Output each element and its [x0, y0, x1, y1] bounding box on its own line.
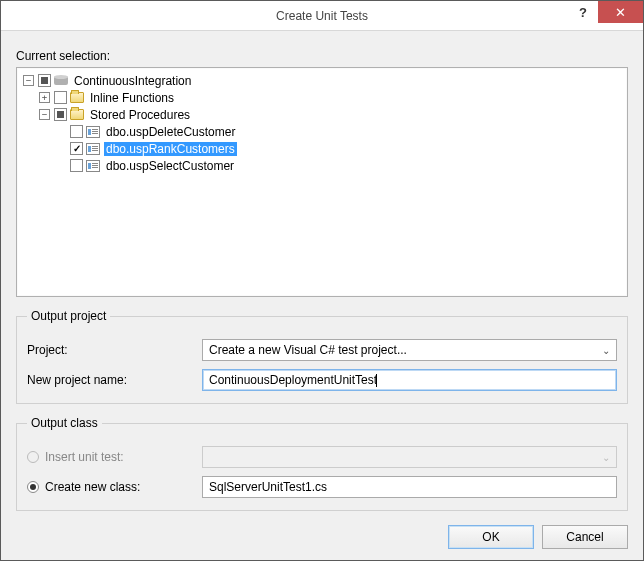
collapse-icon[interactable]: − [23, 75, 34, 86]
tree-label[interactable]: Inline Functions [88, 91, 176, 105]
text-caret [376, 374, 377, 387]
project-combo-value: Create a new Visual C# test project... [209, 343, 407, 357]
tree-node-database[interactable]: − ContinuousIntegration [23, 72, 621, 89]
stored-procedure-icon [86, 126, 100, 138]
output-class-group: Output class Insert unit test: ⌄ Create … [16, 416, 628, 511]
create-class-label: Create new class: [45, 480, 140, 494]
cancel-button[interactable]: Cancel [542, 525, 628, 549]
stored-procedure-icon [86, 160, 100, 172]
tree-label[interactable]: ContinuousIntegration [72, 74, 193, 88]
output-project-group: Output project Project: Create a new Vis… [16, 309, 628, 404]
tree-label[interactable]: dbo.uspDeleteCustomer [104, 125, 237, 139]
help-button[interactable]: ? [568, 1, 598, 23]
selection-tree[interactable]: − ContinuousIntegration + Inline Functio… [16, 67, 628, 297]
dialog-buttons: OK Cancel [16, 525, 628, 549]
create-class-value: SqlServerUnitTest1.cs [209, 480, 327, 494]
window-controls: ? ✕ [568, 1, 643, 23]
tree-label[interactable]: Stored Procedures [88, 108, 192, 122]
radio-checked[interactable] [27, 481, 39, 493]
ok-button[interactable]: OK [448, 525, 534, 549]
tree-node-procedure[interactable]: dbo.uspRankCustomers [23, 140, 621, 157]
output-class-legend: Output class [27, 416, 102, 430]
create-class-option[interactable]: Create new class: [27, 480, 202, 494]
window-title: Create Unit Tests [276, 9, 368, 23]
insert-test-row: Insert unit test: ⌄ [27, 446, 617, 468]
tree-label-selected[interactable]: dbo.uspRankCustomers [104, 142, 237, 156]
checkbox-unchecked[interactable] [70, 125, 83, 138]
database-icon [54, 75, 68, 86]
output-project-legend: Output project [27, 309, 110, 323]
close-button[interactable]: ✕ [598, 1, 643, 23]
checkbox-unchecked[interactable] [54, 91, 67, 104]
checkbox-checked[interactable] [70, 142, 83, 155]
collapse-icon[interactable]: − [39, 109, 50, 120]
project-name-input[interactable]: ContinuousDeploymentUnitTest [202, 369, 617, 391]
expand-icon[interactable]: + [39, 92, 50, 103]
create-class-row: Create new class: SqlServerUnitTest1.cs [27, 476, 617, 498]
tree-node-procedure[interactable]: dbo.uspDeleteCustomer [23, 123, 621, 140]
checkbox-unchecked[interactable] [70, 159, 83, 172]
tree-node-procedure[interactable]: dbo.uspSelectCustomer [23, 157, 621, 174]
insert-test-label: Insert unit test: [45, 450, 124, 464]
chevron-down-icon: ⌄ [602, 452, 610, 463]
project-combo[interactable]: Create a new Visual C# test project... ⌄ [202, 339, 617, 361]
insert-test-option: Insert unit test: [27, 450, 202, 464]
dialog-window: Create Unit Tests ? ✕ Current selection:… [0, 0, 644, 561]
tree-node-folder[interactable]: + Inline Functions [23, 89, 621, 106]
dialog-content: Current selection: − ContinuousIntegrati… [1, 31, 643, 561]
folder-icon [70, 92, 84, 103]
project-name-value: ContinuousDeploymentUnitTest [209, 373, 377, 387]
stored-procedure-icon [86, 143, 100, 155]
folder-icon [70, 109, 84, 120]
tree-node-folder[interactable]: − Stored Procedures [23, 106, 621, 123]
titlebar: Create Unit Tests ? ✕ [1, 1, 643, 31]
current-selection-label: Current selection: [16, 49, 628, 63]
project-name-label: New project name: [27, 373, 202, 387]
project-name-row: New project name: ContinuousDeploymentUn… [27, 369, 617, 391]
radio-unchecked-disabled [27, 451, 39, 463]
checkbox-mixed[interactable] [54, 108, 67, 121]
project-label: Project: [27, 343, 202, 357]
insert-test-combo: ⌄ [202, 446, 617, 468]
chevron-down-icon: ⌄ [602, 345, 610, 356]
tree-label[interactable]: dbo.uspSelectCustomer [104, 159, 236, 173]
checkbox-mixed[interactable] [38, 74, 51, 87]
create-class-input[interactable]: SqlServerUnitTest1.cs [202, 476, 617, 498]
project-row: Project: Create a new Visual C# test pro… [27, 339, 617, 361]
